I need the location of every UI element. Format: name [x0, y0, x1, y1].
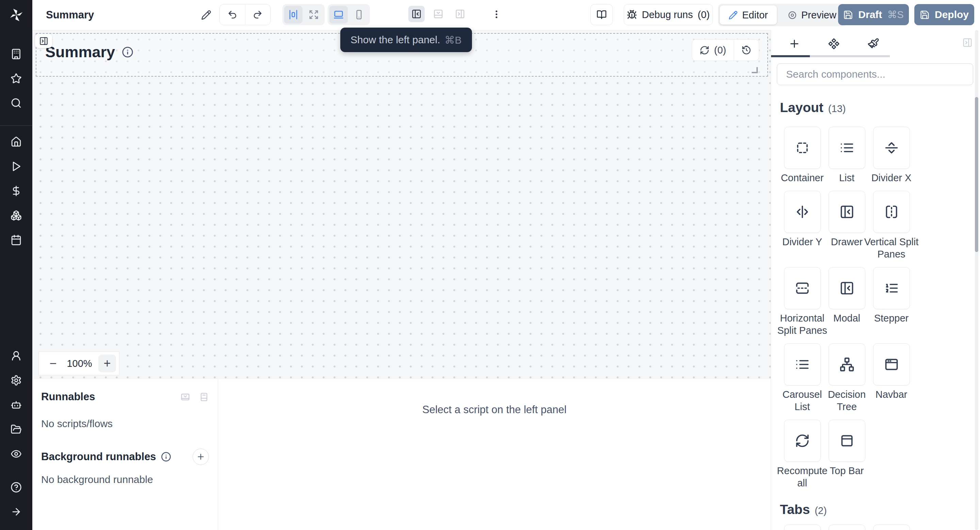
sidebar-item-search[interactable] [0, 91, 32, 115]
runnables-panel: Runnables No scripts/flows Background ru… [32, 379, 218, 530]
save-draft-button[interactable]: Draft ⌘S [838, 4, 909, 25]
tab-insert-component[interactable] [788, 37, 801, 50]
app-title: Summary [46, 9, 94, 21]
sidebar-item-calendar[interactable] [0, 228, 32, 252]
search-components-input[interactable] [785, 68, 965, 80]
documentation-button[interactable] [590, 4, 613, 25]
background-runnables-title: Background runnables [41, 451, 156, 463]
component-card-divider-x[interactable] [873, 127, 910, 169]
calendar-icon [11, 234, 22, 246]
undo-redo-group [220, 4, 270, 25]
component-card-divider-y[interactable] [784, 191, 821, 233]
device-toggle-group [328, 4, 370, 25]
windmill-logo[interactable] [0, 0, 32, 30]
component-card-navbar[interactable] [873, 343, 910, 386]
section-count: (2) [815, 504, 827, 517]
sidebar-item-help[interactable] [0, 475, 32, 499]
add-background-runnable-button[interactable] [192, 449, 209, 465]
sidebar-item-star[interactable] [0, 66, 32, 91]
collapse-right-panel-button[interactable] [962, 37, 972, 49]
components-panel: Layout(13)ContainerListDivider XDivider … [771, 30, 980, 530]
preview-tab-label: Preview [801, 10, 837, 21]
script-pane-empty-text: Select a script on the left panel [422, 404, 566, 416]
component-item: Horizontal Split Panes [780, 267, 824, 337]
preview-tab[interactable]: Preview [779, 5, 845, 24]
collapse-panel-icon[interactable] [180, 392, 190, 402]
tab-styling[interactable] [866, 37, 880, 50]
component-title: Summary [45, 43, 115, 61]
component-card-top-bar[interactable] [829, 420, 865, 462]
editor-tab[interactable]: Editor [720, 5, 777, 24]
desktop-view-toggle[interactable] [329, 6, 348, 24]
tab-component-settings[interactable] [827, 37, 840, 50]
app-canvas[interactable]: Summary (0) − 100% + [32, 30, 771, 379]
toggle-bottom-panel-button[interactable] [430, 6, 447, 22]
component-card[interactable] [784, 525, 821, 530]
toggle-right-panel-button[interactable] [452, 6, 468, 22]
section-title: Layout [780, 101, 824, 115]
full-width-toggle[interactable] [305, 6, 323, 24]
zoom-control: − 100% + [38, 351, 119, 375]
debug-runs-button[interactable]: Debug runs (0) [624, 4, 713, 25]
draft-shortcut: ⌘S [887, 9, 904, 21]
sidebar-divider [0, 125, 32, 126]
scrollbar-thumb[interactable] [975, 97, 978, 252]
horizontal-split-icon [795, 281, 810, 296]
rename-app-button[interactable] [197, 5, 216, 24]
component-item: Vertical Split Panes [869, 191, 914, 260]
sidebar-item-eye[interactable] [0, 441, 32, 466]
sidebar-item-bot[interactable] [0, 393, 32, 417]
component-label: Vertical Split Panes [863, 236, 920, 260]
component-label: Stepper [863, 312, 920, 324]
more-options-button[interactable] [489, 7, 504, 22]
active-tab-indicator [771, 55, 810, 57]
component-card-container[interactable] [784, 127, 821, 169]
component-card-drawer[interactable] [829, 191, 865, 233]
script-editor-pane: Select a script on the left panel [218, 379, 771, 530]
section-heading-layout: Layout(13) [780, 101, 980, 115]
component-card-vertical-split-panes[interactable] [873, 191, 910, 233]
sidebar-item-boxes[interactable] [0, 203, 32, 228]
history-button[interactable] [734, 40, 759, 61]
zoom-out-button[interactable]: − [46, 357, 60, 370]
app-sidebar [0, 0, 32, 530]
sidebar-item-building[interactable] [0, 42, 32, 66]
sidebar-nav [0, 30, 32, 524]
zoom-in-button[interactable]: + [98, 354, 116, 372]
component-card-stepper[interactable] [873, 267, 910, 309]
smartphone-icon [354, 10, 364, 20]
component-card-list[interactable] [829, 127, 865, 169]
undo-button[interactable] [220, 5, 245, 25]
toggle-left-panel-button[interactable] [408, 6, 425, 22]
component-card-modal[interactable] [829, 267, 865, 309]
component-card-horizontal-split-panes[interactable] [784, 267, 821, 309]
component-card[interactable] [829, 525, 865, 530]
runnables-title: Runnables [41, 391, 95, 403]
runnables-header-actions [180, 392, 209, 402]
refresh-button[interactable]: (0) [692, 40, 733, 61]
sidebar-item-arrow-right[interactable] [0, 499, 32, 524]
redo-button[interactable] [245, 5, 270, 25]
component-card-carousel-list[interactable] [784, 343, 821, 386]
sidebar-item-home[interactable] [0, 129, 32, 154]
show-left-panel-button[interactable] [35, 34, 52, 48]
center-canvas-toggle[interactable] [284, 6, 302, 24]
sidebar-item-dollar[interactable] [0, 179, 32, 203]
component-card-decision-tree[interactable] [829, 343, 865, 386]
runnables-list-icon[interactable] [199, 392, 209, 402]
panel-collapse-icon [962, 37, 972, 48]
background-runnables-empty-text: No background runnable [41, 474, 209, 485]
draft-label: Draft [858, 9, 882, 21]
component-card[interactable] [873, 525, 910, 530]
sidebar-item-user[interactable] [0, 343, 32, 368]
sidebar-item-folder-open[interactable] [0, 417, 32, 441]
editor-pencil-icon [729, 11, 738, 20]
component-card-recompute-all[interactable] [784, 420, 821, 462]
mobile-view-toggle[interactable] [350, 6, 368, 24]
info-icon [161, 452, 171, 462]
sidebar-item-settings[interactable] [0, 368, 32, 393]
vertical-split-icon [884, 204, 899, 219]
sidebar-item-play[interactable] [0, 154, 32, 179]
deploy-button[interactable]: Deploy [914, 4, 974, 25]
component-resize-handle[interactable] [752, 67, 758, 73]
